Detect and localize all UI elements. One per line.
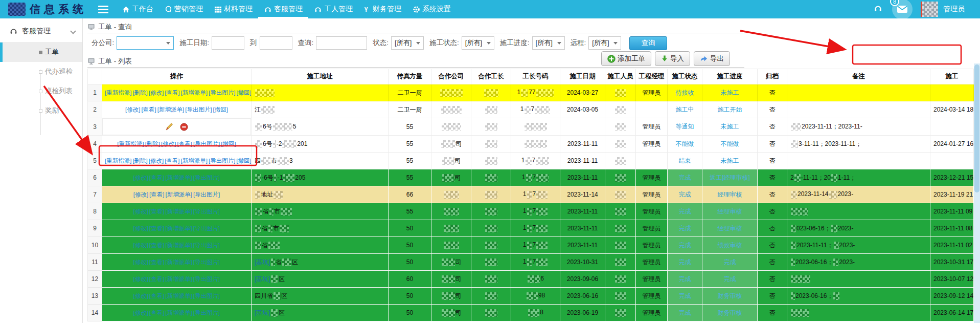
cell-link[interactable]: [基坑]	[255, 309, 270, 316]
op-link[interactable]: [修改]	[133, 208, 148, 214]
op-link[interactable]: [导出图片]	[185, 106, 212, 113]
cell-construction-progress[interactable]: 财务审核	[702, 305, 758, 321]
cell-construction-status[interactable]: 完成	[668, 169, 702, 186]
action-button-3[interactable]: 导出	[694, 51, 730, 66]
op-link[interactable]: [新增派单]	[166, 310, 192, 316]
cell-construction-progress[interactable]: 不能做	[702, 136, 758, 153]
op-link[interactable]: [删除]	[145, 141, 160, 147]
op-link[interactable]: [新增派单]	[166, 175, 192, 181]
op-link[interactable]: [撤回]	[221, 141, 236, 147]
nav-item-6[interactable]: ¥财务管理	[358, 0, 407, 18]
op-link[interactable]: [撤回]	[213, 106, 228, 113]
cell-link[interactable]: [基坑]	[255, 259, 270, 266]
op-link[interactable]: [撤回]	[236, 158, 251, 164]
support-headset-icon[interactable]	[873, 4, 883, 15]
scrollbar-thumb[interactable]	[974, 64, 979, 192]
cell-construction-progress[interactable]: 未施工	[702, 153, 758, 169]
op-link[interactable]: [查看]	[141, 106, 156, 113]
op-link[interactable]: [修改]	[125, 106, 140, 113]
op-link[interactable]: [导出图片]	[193, 293, 220, 299]
sidebar-item-4[interactable]: 奖励	[0, 101, 82, 120]
cons-status-select[interactable]: [所有]	[462, 36, 494, 50]
status-select[interactable]: [所有]	[391, 36, 424, 50]
op-link[interactable]: [导出图片]	[193, 175, 220, 181]
op-link[interactable]: [查看]	[149, 175, 164, 181]
cell-construction-status[interactable]: 完成	[668, 220, 702, 237]
op-link[interactable]: [查看]	[177, 141, 192, 147]
cell-construction-progress[interactable]: 返工[经理审核]	[702, 169, 758, 186]
vertical-scrollbar[interactable]	[974, 63, 980, 323]
sidebar-item-3[interactable]: 巡检列表	[0, 81, 82, 101]
search-button[interactable]: 查询	[629, 36, 667, 50]
op-link[interactable]: [删除]	[132, 90, 147, 96]
edit-pencil-icon[interactable]	[165, 122, 174, 131]
sidebar-module-header[interactable]: 客服管理	[0, 18, 82, 42]
cell-construction-progress[interactable]: 绩效审核	[702, 237, 758, 254]
op-link[interactable]: [查看]	[149, 259, 164, 265]
cell-construction-status[interactable]: 不能做	[668, 136, 702, 153]
op-link[interactable]: [新增派单]	[181, 90, 208, 96]
cell-construction-status[interactable]: 完成	[668, 203, 702, 220]
op-link[interactable]: [查看]	[165, 90, 179, 96]
company-select[interactable]	[117, 36, 174, 50]
op-link[interactable]: [修改]	[133, 242, 148, 248]
op-link[interactable]: [修改]	[149, 158, 164, 164]
op-link[interactable]: [查看]	[149, 310, 164, 316]
op-link[interactable]: [导出图片]	[209, 90, 235, 96]
op-link[interactable]: [查看]	[165, 158, 179, 164]
op-link[interactable]: [导出图片]	[193, 191, 220, 198]
cell-construction-progress[interactable]: 经理审核	[702, 186, 758, 203]
op-link[interactable]: [修改]	[133, 276, 148, 282]
cell-construction-status[interactable]: 完成	[668, 271, 702, 288]
op-link[interactable]: [查看]	[149, 191, 164, 198]
op-link[interactable]: [修改]	[133, 225, 148, 231]
cell-construction-progress[interactable]: 完成	[702, 254, 758, 271]
remote-select[interactable]: [所有]	[588, 36, 621, 50]
nav-item-3[interactable]: 材料管理	[209, 0, 258, 18]
op-link[interactable]: [新增派单]	[166, 208, 192, 214]
op-link[interactable]: [新增派单]	[166, 225, 192, 231]
op-link[interactable]: [查看]	[149, 276, 164, 282]
op-link[interactable]: [查看]	[149, 293, 164, 299]
action-button-1[interactable]: 添加工单	[601, 51, 651, 66]
op-link[interactable]: [重新指派]	[105, 90, 131, 96]
op-link[interactable]: [撤回]	[236, 90, 251, 96]
op-link[interactable]: [查看]	[149, 208, 164, 214]
cell-construction-progress[interactable]: 未施工	[702, 118, 758, 136]
cell-construction-status[interactable]: 完成	[668, 237, 702, 254]
cell-construction-progress[interactable]: 财务审核	[702, 288, 758, 305]
menu-hamburger-icon[interactable]	[98, 4, 108, 15]
sidebar-item-2[interactable]: 代办巡检	[0, 62, 82, 81]
op-link[interactable]: [新增派单]	[166, 276, 192, 282]
date-from-input[interactable]	[212, 36, 244, 50]
op-link[interactable]: [新增派单]	[166, 242, 192, 248]
op-link[interactable]: [删除]	[132, 158, 147, 164]
cell-construction-status[interactable]: 施工中	[668, 101, 702, 118]
op-link[interactable]: [新增派单]	[166, 191, 192, 198]
date-to-input[interactable]	[260, 36, 292, 50]
op-link[interactable]: [新增派单]	[166, 259, 192, 265]
op-link[interactable]: [新增派单]	[157, 106, 184, 113]
op-link[interactable]: [修改]	[133, 310, 148, 316]
user-avatar[interactable]	[921, 2, 938, 17]
op-link[interactable]: [修改]	[133, 191, 148, 198]
op-link[interactable]: [重新指派]	[117, 141, 144, 147]
cell-construction-progress[interactable]: 未施工	[702, 84, 758, 101]
cell-construction-status[interactable]: 完成	[668, 288, 702, 305]
op-link[interactable]: [修改]	[133, 293, 148, 299]
op-link[interactable]: [导出图片]	[193, 208, 220, 214]
progress-select[interactable]: [所有]	[532, 36, 565, 50]
op-link[interactable]: [新增派单]	[181, 158, 208, 164]
nav-item-5[interactable]: 工人管理	[308, 0, 358, 18]
nav-item-1[interactable]: 工作台	[117, 0, 159, 18]
delete-minus-icon[interactable]	[180, 123, 188, 131]
messages-button[interactable]: 8	[892, 0, 913, 19]
op-link[interactable]: [新增派单]	[166, 293, 192, 299]
cell-construction-status[interactable]: 完成	[668, 186, 702, 203]
op-link[interactable]: [导出图片]	[193, 225, 220, 231]
nav-item-2[interactable]: 营销管理	[159, 0, 209, 18]
op-link[interactable]: [重新指派]	[105, 158, 131, 164]
op-link[interactable]: [查看]	[149, 225, 164, 231]
op-link[interactable]: [导出图片]	[193, 242, 220, 248]
cell-link[interactable]: [基坑]	[255, 275, 270, 283]
